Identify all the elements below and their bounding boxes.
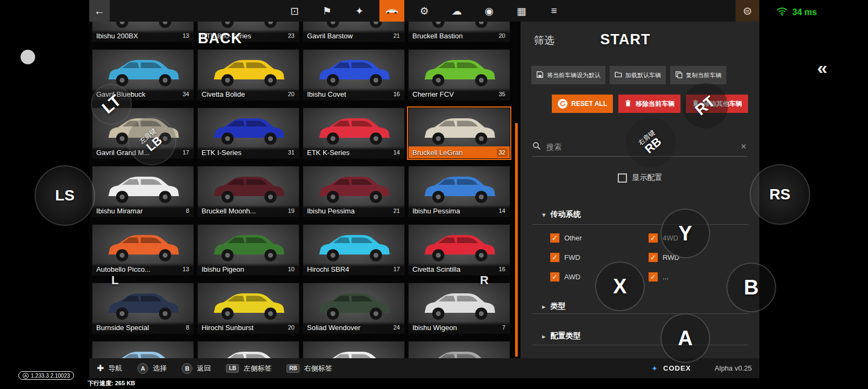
vehicle-card[interactable] <box>303 341 405 358</box>
option-checkbox[interactable] <box>550 253 559 262</box>
vehicle-card[interactable]: Ibishu Pigeon 10 <box>197 224 299 276</box>
vehicle-card[interactable]: Autobello Picco... 13 <box>92 224 194 276</box>
vehicle-card[interactable]: Ibishu Pessima 21 <box>303 166 405 217</box>
b-face-button[interactable]: B <box>726 263 776 312</box>
vehicle-card[interactable]: Hirochi Sunburst 20 <box>197 283 299 334</box>
top-tab[interactable]: ⚑ <box>315 0 339 22</box>
reset-action-button[interactable]: RESET ALL <box>552 95 613 113</box>
vehicle-thumbnail <box>417 229 502 264</box>
option-checkbox[interactable] <box>649 233 658 243</box>
vehicle-card[interactable]: Civetta Scintilla 16 <box>408 224 510 276</box>
x-face-button[interactable]: X <box>595 261 645 311</box>
option-checkbox[interactable] <box>649 253 658 262</box>
vehicle-card[interactable]: Hirochi SBR4 17 <box>303 224 405 276</box>
camera-icon: ◉ <box>485 5 494 17</box>
section-label: 传动系统 <box>551 210 581 219</box>
vehicle-card[interactable]: Ibishu Miramar 8 <box>92 166 194 217</box>
left-stick[interactable]: LS <box>35 165 95 226</box>
vehicle-label-row: Ibishu Pessima 21 <box>303 205 404 217</box>
vehicle-label-row: Soliad Wendover 24 <box>303 321 404 333</box>
show-configs-toggle[interactable]: 显示配置 <box>520 173 759 183</box>
vehicle-card[interactable]: Ibishu Pessima 14 <box>408 166 510 217</box>
back-overlay-button[interactable]: BACK <box>198 30 242 47</box>
rt-trigger-button[interactable]: RT <box>683 83 728 129</box>
vehicle-card[interactable]: Civetta Bolide 20 <box>197 49 299 100</box>
folder-icon <box>615 71 622 79</box>
vehicle-card[interactable]: Burnside Special 8 <box>92 283 194 334</box>
vehicle-thumbnail <box>311 345 397 358</box>
top-tab[interactable]: ⚙ <box>412 0 437 22</box>
lb-bumper-button[interactable]: 左肩键 LB <box>128 117 176 165</box>
chevron-down-icon: ▾ <box>542 211 546 219</box>
vehicle-card[interactable]: Bruckell LeGran 32 <box>408 108 510 159</box>
vehicle-card[interactable] <box>408 341 510 358</box>
hint-button[interactable]: LB <box>226 364 239 373</box>
hint-button[interactable]: B <box>182 363 192 374</box>
vehicle-card[interactable]: ETK K-Series 14 <box>303 108 405 159</box>
lt-trigger-button[interactable]: LT <box>91 84 132 125</box>
vehicle-card[interactable]: Bruckell Bastion 20 <box>408 22 510 42</box>
badge-version-text: 1.233.3.2.10023 <box>31 373 70 379</box>
top-tab[interactable]: ▦ <box>509 0 534 22</box>
option-checkbox[interactable] <box>649 272 658 281</box>
vehicle-card[interactable] <box>197 341 299 358</box>
section-drivetrain-header[interactable]: ▾ 传动系统 <box>542 210 581 219</box>
vehicle-config-count: 21 <box>391 31 402 40</box>
stream-menu-button[interactable]: ⊜ <box>736 0 759 22</box>
hint-button[interactable]: A <box>137 363 148 374</box>
menu-icon: ⊜ <box>743 4 752 17</box>
option-label: AWD <box>564 273 580 281</box>
vehicle-label-row: Gavril Barstow 21 <box>303 30 404 42</box>
show-configs-checkbox[interactable] <box>618 173 627 183</box>
vehicle-name: Burnside Special <box>96 324 182 332</box>
vehicle-card[interactable]: Gavril Barstow 21 <box>303 22 405 42</box>
vehicle-action-button[interactable]: 复制当前车辆 <box>670 66 726 84</box>
start-overlay-button[interactable]: START <box>597 24 654 55</box>
top-tab[interactable]: ⊡ <box>282 0 307 22</box>
floating-dot-button[interactable] <box>21 50 35 64</box>
rb-bumper-button[interactable]: 右肩键 RB <box>626 118 676 167</box>
y-face-button[interactable]: Y <box>660 209 710 258</box>
hint-button[interactable]: ✚ <box>97 363 104 373</box>
drivetrain-option[interactable]: Other <box>550 233 649 243</box>
vehicle-card[interactable]: ETK I-Series 31 <box>197 108 299 159</box>
top-tab[interactable]: ≡ <box>542 0 566 22</box>
top-bar: ← ⊡ ⚑ ✦ ⚙ ☁ ◉ ▦ <box>89 0 759 22</box>
vehicle-label-row: Civetta Scintilla 16 <box>409 263 510 275</box>
top-tab[interactable]: ◉ <box>477 0 502 22</box>
vehicle-card[interactable]: Soliad Wendover 24 <box>303 283 405 334</box>
section-type-header[interactable]: ▸ 类型 <box>542 301 566 311</box>
grid-scrollbar[interactable] <box>515 123 518 357</box>
vehicle-card[interactable]: Cherrier FCV 35 <box>408 49 510 100</box>
drivetrain-option[interactable]: FWD <box>550 253 649 262</box>
vehicle-card[interactable]: Ibishu Covet 16 <box>303 49 405 100</box>
top-tab[interactable]: ✦ <box>347 0 372 22</box>
option-checkbox[interactable] <box>550 272 559 281</box>
vehicle-action-button[interactable]: 加载默认车辆 <box>610 66 666 84</box>
back-arrow-button[interactable]: ← <box>89 0 110 22</box>
vehicle-card[interactable]: Bruckell Moonh... 19 <box>197 166 299 217</box>
vehicle-config-count: 16 <box>497 265 508 273</box>
compass-icon: ✦ <box>651 364 658 373</box>
vehicle-label-row: Ibishu Covet 16 <box>303 88 404 100</box>
option-checkbox[interactable] <box>550 233 559 243</box>
vehicle-name: Ibishu 200BX <box>96 32 178 40</box>
vehicle-card[interactable] <box>92 341 194 358</box>
hint-label: 导航 <box>108 364 122 373</box>
vehicle-thumbnail <box>311 170 397 206</box>
vehicle-name: Ibishu Pessima <box>412 207 495 215</box>
a-face-button[interactable]: A <box>660 313 710 363</box>
hint-button[interactable]: RB <box>286 364 299 373</box>
l-stick-label: L <box>111 273 118 287</box>
top-tab[interactable]: ☁ <box>444 0 469 22</box>
reset-action-button[interactable]: 移除当前车辆 <box>618 95 680 113</box>
vehicle-card[interactable]: Ibishu 200BX 13 <box>92 22 194 42</box>
overlay-collapse-button[interactable]: « <box>817 57 827 78</box>
right-stick[interactable]: RS <box>750 164 810 225</box>
vehicle-action-button[interactable]: 将当前车辆设为默认 <box>531 66 605 84</box>
drivetrain-option[interactable]: ... <box>649 272 679 281</box>
clear-search-icon[interactable]: × <box>739 141 747 152</box>
top-tab[interactable] <box>379 0 404 22</box>
vehicle-card[interactable]: Ibishu Wigeon 7 <box>408 283 510 334</box>
section-config-type-header[interactable]: ▸ 配置类型 <box>542 331 581 341</box>
